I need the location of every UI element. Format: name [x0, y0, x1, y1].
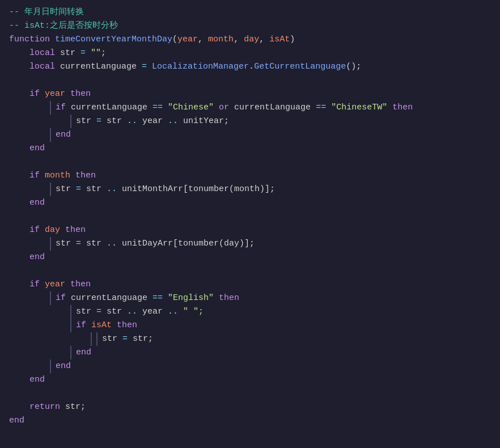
token-keyword: then	[112, 319, 137, 332]
token-variable: str	[56, 237, 76, 251]
token-string: "English"	[163, 291, 214, 305]
token-variable: str;	[65, 400, 86, 414]
code-line: if isAt then	[0, 319, 500, 332]
token-operator: ==	[316, 101, 326, 115]
token-param: year	[45, 87, 65, 101]
token-operator: =	[96, 115, 101, 128]
token-comment-zh: -- isAt:之后是否按时分秒	[9, 19, 118, 33]
token-comment-zh: -- 年月日时间转换	[9, 6, 84, 19]
code-line: end	[0, 414, 500, 428]
token-function: timeConvertYearMonthDay	[55, 33, 172, 47]
token-operator: ==	[152, 291, 163, 305]
code-line: end	[0, 251, 500, 264]
token-param: month	[45, 169, 70, 183]
token-string: "ChineseTW"	[326, 101, 387, 115]
indent-pipe	[70, 346, 71, 360]
token-keyword: then	[65, 278, 91, 291]
token-keyword: if	[56, 101, 71, 115]
code-line: function timeConvertYearMonthDay(year, m…	[0, 33, 500, 47]
code-line: if year then	[0, 87, 500, 101]
token-variable: ,	[259, 33, 269, 47]
code-line: end	[0, 346, 500, 360]
token-param: isAt	[91, 319, 112, 332]
indent-pipe	[70, 305, 71, 319]
code-line: if day then	[0, 223, 500, 237]
token-keyword: if	[29, 87, 45, 101]
indent-pipe	[50, 183, 51, 196]
code-line: str = str .. year .. unitYear;	[0, 115, 500, 128]
token-variable: .	[249, 60, 254, 74]
token-string: "Chinese"	[163, 101, 214, 115]
code-line: return str;	[0, 400, 500, 414]
token-variable: ();	[346, 60, 361, 74]
token-keyword: then	[70, 169, 96, 183]
token-keyword: end	[56, 360, 71, 373]
token-param: isAt	[269, 33, 290, 47]
token-keyword: end	[29, 196, 45, 210]
token-variable: str	[81, 183, 107, 196]
code-line: str = str .. unitDayArr[tonumber(day)];	[0, 237, 500, 251]
token-operator: =	[80, 47, 86, 60]
token-keyword: end	[29, 142, 45, 155]
token-operator: =	[76, 183, 81, 196]
code-line: local str = "";	[0, 47, 500, 60]
token-operator: ..	[127, 115, 137, 128]
token-variable: unitMonthArr[tonumber(month)];	[117, 183, 275, 196]
code-line: if currentLanguage == "English" then	[0, 291, 500, 305]
token-keyword: then	[214, 291, 239, 305]
token-operator: ==	[152, 101, 163, 115]
token-variable: currentLanguage	[234, 101, 316, 115]
code-line: end	[0, 373, 500, 387]
code-line: end	[0, 128, 500, 142]
token-variable: year	[137, 305, 168, 319]
token-keyword: end	[9, 414, 24, 428]
code-line: local currentLanguage = LocalizationMana…	[0, 60, 500, 74]
token-variable	[147, 60, 152, 74]
token-operator: ..	[107, 237, 117, 251]
indent-pipe	[50, 291, 51, 305]
token-variable: currentLanguage	[60, 60, 142, 74]
token-operator: ..	[107, 183, 117, 196]
token-keyword: or	[214, 101, 234, 115]
token-keyword: end	[29, 373, 45, 387]
indent-pipe	[91, 332, 92, 346]
token-keyword: if	[29, 223, 45, 237]
token-keyword: local	[29, 47, 60, 60]
indent-pipe	[50, 237, 51, 251]
token-operator: ..	[127, 305, 137, 319]
code-line: if month then	[0, 169, 500, 183]
code-line: end	[0, 196, 500, 210]
code-line: if currentLanguage == "Chinese" or curre…	[0, 101, 500, 115]
token-param: day	[45, 223, 60, 237]
token-operator: =	[76, 237, 81, 251]
token-operator: ..	[168, 305, 178, 319]
token-keyword: local	[29, 60, 60, 74]
token-variable: str	[56, 183, 76, 196]
token-variable: str	[76, 115, 96, 128]
code-line: if year then	[0, 278, 500, 291]
token-keyword: function	[9, 33, 55, 47]
token-variable: str	[101, 305, 127, 319]
code-line: end	[0, 360, 500, 373]
token-builtin: LocalizationManager	[152, 60, 249, 74]
token-keyword: then	[387, 101, 413, 115]
token-keyword: then	[65, 87, 91, 101]
token-variable: str;	[128, 332, 153, 346]
indent-pipe	[70, 115, 71, 128]
token-variable: unitYear;	[178, 115, 229, 128]
token-keyword: if	[29, 169, 45, 183]
token-variable: currentLanguage	[71, 101, 152, 115]
code-line: str = str .. unitMonthArr[tonumber(month…	[0, 183, 500, 196]
code-line	[0, 155, 500, 169]
indent-pipe	[70, 319, 71, 332]
token-keyword: then	[60, 223, 86, 237]
token-operator: =	[142, 60, 147, 74]
token-keyword: if	[76, 319, 91, 332]
code-line	[0, 264, 500, 278]
token-keyword: end	[76, 346, 91, 360]
token-operator: =	[96, 305, 101, 319]
token-variable: str	[76, 305, 96, 319]
token-operator: =	[122, 332, 128, 346]
indent-pipe	[50, 360, 51, 373]
token-variable: str	[101, 115, 127, 128]
